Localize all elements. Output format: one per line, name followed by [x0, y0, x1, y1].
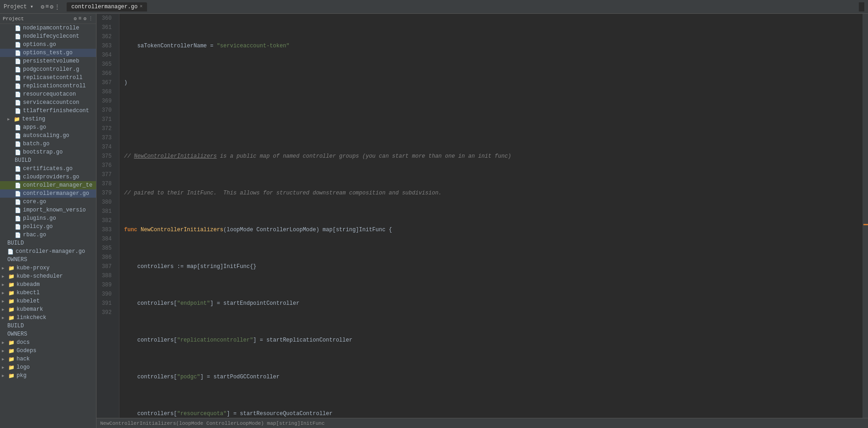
tree-item[interactable]: 📄 apps.go [0, 123, 96, 131]
tree-item-kube-proxy[interactable]: ▶ 📁 kube-proxy [0, 264, 96, 272]
tree-item[interactable]: 📄 ttlafterfinishedcont [0, 107, 96, 115]
tree-item-kubemark[interactable]: ▶ 📁 kubemark [0, 305, 96, 314]
folder-arrow: ▶ [2, 307, 8, 312]
folder-icon: 📁 [8, 298, 15, 304]
active-tab[interactable]: controllermanager.go × [67, 2, 147, 11]
code-line-362 [124, 115, 862, 124]
folder-arrow: ▶ [2, 348, 8, 354]
tree-item[interactable]: 📄 podgccontroller.g [0, 65, 96, 74]
tree-item-godeps[interactable]: ▶ 📁 Godeps [0, 347, 96, 355]
sidebar-icon-more[interactable]: ⋮ [88, 16, 93, 22]
file-icon: 📄 [15, 216, 21, 222]
editor-content[interactable]: 360 361 362 ◁363 ◁364 365 366 367 368 36… [96, 14, 868, 418]
tree-item-label: podgccontroller.g [23, 66, 79, 73]
tree-item[interactable]: 📄 nodelifecyclecont [0, 32, 96, 40]
tree-item-label: options.go [23, 41, 56, 48]
tree-item-label: kubectl [17, 290, 40, 296]
sidebar-header: Project ⚙ ≡ ⚙ ⋮ [0, 14, 96, 24]
file-icon: 📄 [15, 67, 21, 73]
folder-arrow: ▶ [2, 365, 8, 370]
sidebar-icon-list[interactable]: ≡ [79, 16, 82, 22]
sidebar-icon-gear[interactable]: ⚙ [83, 16, 86, 22]
tree-item-pkg[interactable]: ▶ 📁 pkg [0, 371, 96, 380]
tree-item[interactable]: 📄 persistentvolumeb [0, 57, 96, 65]
tree-item[interactable]: 📄 cloudproviders.go [0, 173, 96, 181]
folder-arrow: ▶ [2, 373, 8, 378]
tab-close-button[interactable]: × [140, 4, 142, 9]
sidebar-icon-settings[interactable]: ⚙ [74, 16, 77, 22]
tree-item[interactable]: BUILD [0, 239, 96, 247]
tree-item-label: pkg [17, 372, 27, 379]
tree-item-docs[interactable]: ▶ 📁 docs [0, 338, 96, 347]
tree-item[interactable]: BUILD [0, 156, 96, 165]
tree-item-label: replicasetcontroll [23, 74, 83, 81]
tree-item[interactable]: 📄 bootstrap.go [0, 148, 96, 156]
file-icon: 📄 [15, 108, 21, 114]
folder-icon: 📁 [8, 315, 15, 321]
tree-item[interactable]: 📄 plugins.go [0, 214, 96, 223]
folder-arrow: ▶ [2, 299, 8, 304]
tree-item-label: apps.go [23, 124, 46, 131]
file-icon: 📄 [15, 25, 21, 31]
tree-item-controllermanager[interactable]: 📄 controllermanager.go [0, 189, 96, 198]
list-icon[interactable]: ≡ [45, 3, 49, 11]
folder-icon: 📁 [8, 365, 15, 371]
code-line-361: ) [124, 78, 862, 87]
file-icon: 📄 [15, 125, 21, 131]
tree-item-hack[interactable]: ▶ 📁 hack [0, 355, 96, 363]
code-line-360: saTokenControllerName = "serviceaccount-… [124, 41, 862, 51]
tree-item-controller-manager-test[interactable]: 📄 controller_manager_te [0, 181, 96, 189]
file-icon: 📄 [15, 91, 21, 97]
tree-item-label: cloudproviders.go [23, 174, 79, 180]
tree-item[interactable]: 📄 batch.go [0, 140, 96, 148]
tree-item-label: replicationcontroll [23, 83, 86, 89]
gear-icon[interactable]: ⚙ [50, 3, 53, 11]
tree-item[interactable]: OWNERS [0, 256, 96, 264]
tree-item[interactable]: 📄 certificates.go [0, 165, 96, 173]
tree-item-label: batch.go [23, 141, 50, 147]
tree-item[interactable]: 📄 options_test.go [0, 49, 96, 57]
settings-icon[interactable]: ⚙ [41, 3, 45, 11]
tree-item-owners2[interactable]: OWNERS [0, 330, 96, 338]
tree-item[interactable]: 📄 core.go [0, 198, 96, 206]
line-numbers: 360 361 362 ◁363 ◁364 365 366 367 368 36… [96, 14, 119, 418]
right-scroll-bar[interactable] [862, 14, 868, 418]
file-icon: 📄 [15, 149, 21, 155]
tree-item[interactable]: 📄 import_known_versio [0, 206, 96, 214]
tree-item[interactable]: 📄 rbac.go [0, 231, 96, 239]
more-icon[interactable]: ⋮ [54, 3, 60, 11]
tree-item[interactable]: 📄 policy.go [0, 223, 96, 231]
tree-item-label: core.go [23, 199, 46, 205]
tree-item-label: import_known_versio [23, 207, 86, 213]
tree-item[interactable]: 📄 replicasetcontroll [0, 74, 96, 82]
sidebar-header-icons: ⚙ ≡ ⚙ ⋮ [74, 16, 93, 22]
tree-item[interactable]: 📄 autoscaling.go [0, 131, 96, 140]
tree-item-kubeadm[interactable]: ▶ 📁 kubeadm [0, 280, 96, 289]
code-lines[interactable]: saTokenControllerName = "serviceaccount-… [119, 14, 862, 418]
tree-item[interactable]: 📄 nodeipamcontrolle [0, 24, 96, 32]
folder-arrow: ▶ [2, 291, 8, 296]
code-line-369: controllers["podgc"] = startPodGCControl… [124, 372, 862, 382]
project-dropdown[interactable]: Project ▾ [4, 3, 34, 10]
tree-item[interactable]: 📄 controller-manager.go [0, 247, 96, 256]
status-function-signature: NewControllerInitializers(loopMode Contr… [100, 421, 324, 426]
tree-item-kube-scheduler[interactable]: ▶ 📁 kube-scheduler [0, 272, 96, 280]
tree-item-label: linkcheck [17, 314, 46, 321]
tree-item-build2[interactable]: BUILD [0, 322, 96, 330]
tree-item[interactable]: 📄 replicationcontroll [0, 82, 96, 90]
tree-item-kubelet[interactable]: ▶ 📁 kubelet [0, 297, 96, 305]
folder-arrow: ▶ [2, 340, 8, 345]
tree-item[interactable]: 📄 resourcequotacon [0, 90, 96, 98]
tree-item-testing[interactable]: ▶ 📁 testing [0, 115, 96, 123]
tree-item[interactable]: 📄 serviceaccountcon [0, 98, 96, 107]
file-icon: 📄 [15, 34, 21, 40]
tree-item-label: autoscaling.go [23, 132, 69, 139]
tree-item-kubectl[interactable]: ▶ 📁 kubectl [0, 289, 96, 297]
tree-item-logo[interactable]: ▶ 📁 logo [0, 363, 96, 371]
file-icon: 📄 [15, 83, 21, 89]
tree-item[interactable]: 📄 options.go [0, 40, 96, 49]
tree-item-label: hack [17, 356, 30, 362]
code-line-367: controllers["endpoint"] = startEndpointC… [124, 299, 862, 308]
file-icon: 📄 [15, 50, 21, 56]
tree-item-linkcheck[interactable]: ▶ 📁 linkcheck [0, 314, 96, 322]
